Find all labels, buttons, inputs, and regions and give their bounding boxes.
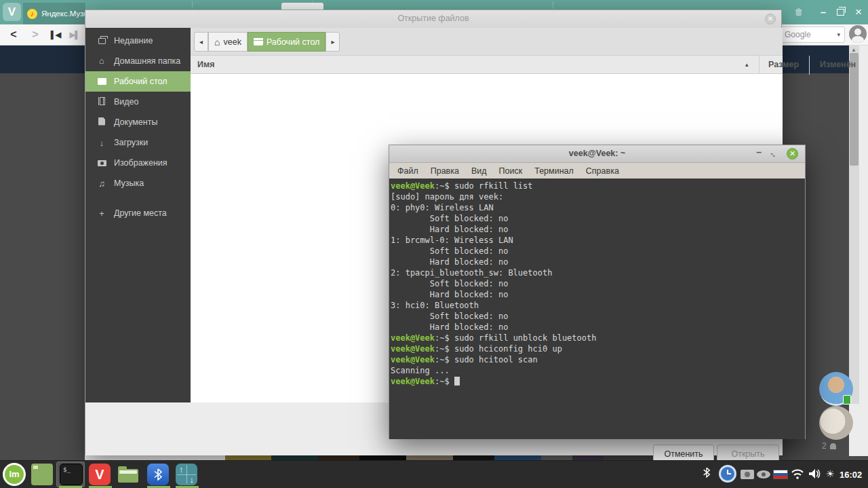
terminal-cursor	[454, 377, 460, 386]
terminal-titlebar[interactable]: veek@Veek: ~ – ↔ ✕	[389, 145, 805, 163]
browser-profile-avatar[interactable]	[849, 25, 867, 43]
terminal-minimize-button[interactable]: –	[756, 147, 762, 157]
file-transfer-icon[interactable]	[176, 464, 197, 485]
path-bar: ◂ ⌂ veek Рабочий стол ▸	[194, 32, 340, 52]
keyboard-layout-ru-icon[interactable]	[773, 470, 788, 479]
video-icon	[96, 97, 107, 107]
browser-background-tab[interactable]	[281, 3, 323, 10]
menu-search[interactable]: Поиск	[499, 166, 523, 176]
mint-menu-button[interactable]: lm	[3, 463, 26, 486]
sidebar-item-home[interactable]: ⌂ Домашняя папка	[85, 51, 191, 71]
wifi-icon[interactable]	[791, 469, 804, 479]
file-manager-icon[interactable]	[117, 464, 139, 485]
terminal-line: veek@Veek:~$ sudo hciconfig hci0 up	[391, 343, 804, 354]
file-list-header: Имя ▴ Размер Изменён	[191, 55, 783, 74]
search-box[interactable]: Google ▾	[780, 26, 845, 43]
update-manager-icon[interactable]	[719, 465, 736, 483]
terminal-output[interactable]: veek@Veek:~$ sudo rfkill list [sudo] пар…	[389, 179, 805, 439]
mint-logo-icon: lm	[5, 465, 24, 484]
terminal-line: Soft blocked: no	[391, 311, 804, 322]
documents-icon	[96, 117, 107, 128]
sidebar-item-video[interactable]: Видео	[85, 92, 191, 112]
terminal-line: Soft blocked: no	[391, 246, 804, 257]
menu-edit[interactable]: Правка	[431, 166, 459, 176]
path-forward-button[interactable]: ▸	[326, 32, 340, 52]
scrollbar-thumb[interactable]	[850, 53, 859, 166]
sidebar-item-pictures[interactable]: Изображения	[85, 153, 191, 173]
terminal-line: veek@Veek:~$	[391, 376, 804, 387]
sort-ascending-icon: ▴	[745, 61, 749, 68]
terminal-taskbar-icon[interactable]: $_	[60, 464, 83, 485]
path-back-button[interactable]: ◂	[194, 32, 208, 52]
desktop-icon	[96, 77, 107, 87]
taskbar: lm $_ V	[0, 460, 868, 488]
terminal-menubar: Файл Правка Вид Поиск Терминал Справка	[389, 163, 805, 179]
dialog-sidebar: Недавние ⌂ Домашняя папка Рабочий стол В…	[85, 28, 191, 402]
sidebar-item-desktop[interactable]: Рабочий стол	[85, 71, 191, 92]
terminal-line: 1: brcmwl-0: Wireless LAN	[391, 235, 804, 246]
plus-icon: +	[96, 208, 107, 219]
terminal-window: veek@Veek: ~ – ↔ ✕ Файл Правка Вид Поиск…	[389, 145, 806, 439]
pictures-icon	[96, 158, 107, 168]
tab-title: Яндекс.Музы	[41, 10, 85, 18]
sidebar-item-other-places[interactable]: + Другие места	[85, 203, 191, 223]
avatar[interactable]	[819, 372, 853, 406]
avatar[interactable]	[819, 406, 853, 440]
browser-tab-yandex-music[interactable]: ♪ Яндекс.Музы	[23, 3, 85, 24]
path-home-button[interactable]: ⌂ veek	[208, 32, 248, 52]
fast-forward-button[interactable]: ▶▌	[66, 26, 83, 43]
display-settings-icon[interactable]	[741, 470, 754, 479]
sidebar-item-recent[interactable]: Недавние	[85, 31, 191, 51]
terminal-line: Hard blocked: no	[391, 322, 804, 333]
home-icon: ⌂	[96, 57, 107, 65]
browser-maximize-button[interactable]	[837, 9, 844, 16]
scrollbar-track[interactable]: ▲	[849, 45, 859, 404]
browser-minimize-button[interactable]: –	[816, 7, 830, 18]
terminal-line: 2: tpacpi_bluetooth_sw: Bluetooth	[391, 267, 804, 278]
sidebar-item-documents[interactable]: Документы	[85, 112, 191, 132]
show-desktop-button[interactable]	[31, 464, 53, 485]
eye-tray-icon[interactable]	[757, 470, 770, 478]
column-modified[interactable]: Изменён	[820, 60, 856, 69]
menu-help[interactable]: Справка	[586, 166, 619, 176]
taskbar-clock[interactable]: 16:02	[840, 470, 862, 480]
vivaldi-taskbar-icon[interactable]: V	[89, 464, 111, 485]
terminal-line: Soft blocked: no	[391, 278, 804, 289]
sidebar-item-downloads[interactable]: ↓ Загрузки	[85, 132, 191, 153]
yandex-music-icon: ♪	[27, 9, 37, 19]
terminal-line: Hard blocked: no	[391, 257, 804, 267]
sidebar-item-music[interactable]: ♫ Музыка	[85, 173, 191, 193]
menu-view[interactable]: Вид	[471, 166, 487, 176]
brightness-icon[interactable]: ☀	[826, 468, 835, 479]
path-current-button[interactable]: Рабочий стол	[248, 32, 326, 52]
scroll-up-icon[interactable]: ▲	[851, 47, 856, 53]
terminal-line: veek@Veek:~$ sudo hcitool scan	[391, 354, 804, 365]
menu-terminal[interactable]: Терминал	[534, 166, 574, 176]
search-engine-label: Google	[785, 30, 834, 39]
forward-button[interactable]: >	[27, 26, 43, 43]
dialog-close-button[interactable]: ✕	[765, 14, 776, 24]
terminal-close-button[interactable]: ✕	[787, 148, 798, 159]
chevron-down-icon: ▾	[837, 31, 840, 38]
terminal-line: veek@Veek:~$ sudo rfkill unblock bluetoo…	[391, 333, 804, 343]
back-button[interactable]: <	[5, 26, 22, 43]
music-icon: ♫	[96, 179, 107, 189]
terminal-line: Hard blocked: no	[391, 289, 804, 300]
bluetooth-tray-icon[interactable]	[703, 467, 711, 478]
bluetooth-app-icon[interactable]	[147, 464, 169, 485]
vivaldi-menu-icon[interactable]: V	[3, 3, 21, 21]
terminal-line: 3: hci0: Bluetooth	[391, 300, 804, 311]
terminal-line: [sudo] пароль для veek:	[391, 191, 804, 202]
downloads-icon: ↓	[96, 138, 107, 148]
volume-icon[interactable]	[808, 468, 822, 479]
terminal-line: Soft blocked: no	[391, 213, 804, 224]
terminal-line: Scanning ...	[391, 365, 804, 376]
terminal-title: veek@Veek: ~	[389, 149, 805, 158]
menu-file[interactable]: Файл	[397, 166, 418, 176]
browser-close-button[interactable]: ×	[852, 7, 865, 18]
trash-icon[interactable]: 🗑	[792, 7, 806, 18]
rewind-button[interactable]: ▌◀	[47, 26, 64, 43]
column-name[interactable]: Имя	[197, 60, 215, 69]
column-size[interactable]: Размер	[768, 60, 799, 69]
dialog-titlebar[interactable]: Открытие файлов ✕	[85, 10, 781, 28]
